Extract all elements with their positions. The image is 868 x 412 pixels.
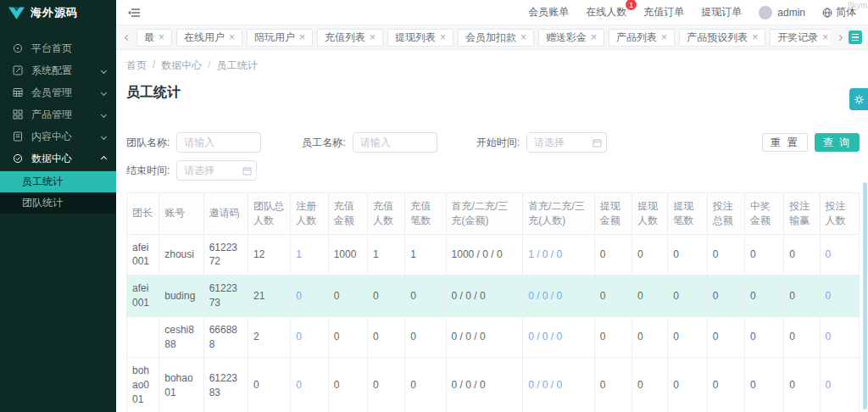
cell: afei001 <box>127 276 159 317</box>
tab-1[interactable]: 在线用户× <box>176 29 242 47</box>
cell: 6122372 <box>203 234 248 276</box>
tab-label: 产品预设列表 <box>687 31 748 45</box>
close-tab-icon[interactable]: × <box>520 32 526 42</box>
reset-button[interactable]: 重 置 <box>762 133 807 152</box>
cell-link[interactable]: 0 <box>820 358 859 412</box>
cell-link[interactable]: 0 <box>820 316 859 358</box>
sidebar-subitem-label: 员工统计 <box>22 175 63 189</box>
avatar <box>759 6 772 19</box>
member-bills-link[interactable]: 会员账单 <box>528 5 569 19</box>
column-header-5: 充值金额 <box>328 193 367 235</box>
table-row-3[interactable]: bohao001bohao016122383000000 / 0 / 00 / … <box>127 358 860 412</box>
settings-gear-button[interactable] <box>849 88 868 110</box>
start-time-input[interactable] <box>526 132 607 153</box>
tabs-scroll-left-icon[interactable] <box>122 36 132 40</box>
sidebar-item-5[interactable]: 数据中心 <box>0 148 116 170</box>
cell: afei001 <box>127 234 159 276</box>
cell: 0 <box>405 358 446 412</box>
tab-bar: 最×在线用户×陪玩用户×充值列表×提现列表×会员加扣款×赠送彩金×产品列表×产品… <box>116 25 868 50</box>
close-tab-icon[interactable]: × <box>661 32 667 42</box>
cell: zhousi <box>159 234 203 276</box>
cell: 0 <box>784 234 820 276</box>
query-button[interactable]: 查 询 <box>815 133 860 152</box>
cell-link[interactable]: 0 / 0 / 0 <box>523 358 595 412</box>
chevron-down-icon <box>101 133 107 139</box>
cell-link[interactable]: 0 <box>820 276 859 317</box>
tab-3[interactable]: 充值列表× <box>317 29 383 47</box>
cell-link[interactable]: 0 <box>820 234 859 276</box>
cell: 0 <box>594 276 632 317</box>
close-tab-icon[interactable]: × <box>229 32 235 42</box>
products-icon <box>13 109 23 120</box>
close-tab-icon[interactable]: × <box>299 32 305 42</box>
cell-link[interactable]: 1 <box>291 234 328 276</box>
sidebar-subitem-1[interactable]: 团队统计 <box>0 192 116 214</box>
breadcrumb-separator: / <box>208 58 210 73</box>
close-tab-icon[interactable]: × <box>440 32 446 42</box>
sidebar-item-1[interactable]: 系统配置 <box>0 59 116 81</box>
cell-link[interactable]: 0 <box>291 276 328 317</box>
close-tab-icon[interactable]: × <box>159 32 164 42</box>
cell-link[interactable]: 0 / 0 / 0 <box>523 276 595 317</box>
close-tab-icon[interactable]: × <box>591 32 597 42</box>
sidebar-subitem-label: 团队统计 <box>22 196 63 210</box>
tab-9[interactable]: 开奖记录× <box>770 29 830 47</box>
breadcrumb-home[interactable]: 首页 <box>126 58 147 73</box>
cell: 0 <box>367 316 404 358</box>
cell: 0 / 0 / 0 <box>446 358 523 412</box>
table-row-1[interactable]: afei001buding61223732100000 / 0 / 00 / 0… <box>127 276 860 317</box>
cell: 0 <box>784 358 820 412</box>
cell: 0 <box>632 276 668 317</box>
globe-icon <box>822 8 832 18</box>
tab-6[interactable]: 赠送彩金× <box>538 29 604 47</box>
table-row-0[interactable]: afei001zhousi61223721211000111000 / 0 / … <box>127 234 860 276</box>
tab-7[interactable]: 产品列表× <box>609 29 675 47</box>
tab-2[interactable]: 陪玩用户× <box>247 29 313 47</box>
cell-link[interactable]: 0 / 0 / 0 <box>523 316 595 358</box>
column-header-11: 提现人数 <box>632 193 668 235</box>
sidebar-subitem-0[interactable]: 员工统计 <box>0 171 116 192</box>
column-header-0: 团长 <box>127 193 159 235</box>
tab-5[interactable]: 会员加扣款× <box>458 29 534 47</box>
username: admin <box>777 7 805 19</box>
online-users-label: 在线人数 <box>586 6 626 18</box>
tab-8[interactable]: 产品预设列表× <box>679 29 765 47</box>
tabs-scroll-right-icon[interactable] <box>834 36 844 40</box>
cell: 0 / 0 / 0 <box>446 276 523 317</box>
cell: 1000 <box>328 234 367 276</box>
cell: 0 <box>328 316 367 358</box>
sidebar-item-4[interactable]: 内容中心 <box>0 125 116 148</box>
tab-label: 陪玩用户 <box>254 31 295 45</box>
cell: 0 <box>668 316 707 358</box>
cell: 6122383 <box>203 358 248 412</box>
user-menu[interactable]: admin <box>759 6 805 19</box>
withdraw-orders-link[interactable]: 提现订单 <box>701 5 742 19</box>
online-users-link[interactable]: 在线人数 1 <box>586 5 626 19</box>
sidebar-item-0[interactable]: 平台首页 <box>0 37 116 59</box>
sidebar: 海外源码 平台首页系统配置会员管理产品管理内容中心数据中心员工统计团队统计 <box>0 0 116 412</box>
tab-0[interactable]: 最× <box>136 29 172 47</box>
team-name-input[interactable] <box>176 132 261 153</box>
cell-link[interactable]: 1 / 0 / 0 <box>523 234 595 276</box>
start-time-label: 开始时间: <box>476 136 520 150</box>
cell: 0 <box>405 276 446 317</box>
vertical-scrollbar[interactable] <box>863 182 867 409</box>
recharge-orders-link[interactable]: 充值订单 <box>643 5 684 19</box>
cell: 1 <box>367 234 404 276</box>
cell-link[interactable]: 0 <box>291 316 328 358</box>
staff-name-input[interactable] <box>353 132 437 153</box>
table-row-2[interactable]: ceshi888666888200000 / 0 / 00 / 0 / 0000… <box>127 316 860 358</box>
close-tab-icon[interactable]: × <box>370 32 376 42</box>
cell: bohao01 <box>159 358 203 412</box>
close-tab-icon[interactable]: × <box>822 32 828 42</box>
sidebar-item-3[interactable]: 产品管理 <box>0 103 116 125</box>
cell-link[interactable]: 0 <box>291 358 328 412</box>
tab-label: 提现列表 <box>395 31 436 45</box>
tab-4[interactable]: 提现列表× <box>387 29 453 47</box>
close-tab-icon[interactable]: × <box>752 32 758 42</box>
tab-options-icon[interactable] <box>849 31 862 44</box>
sidebar-item-2[interactable]: 会员管理 <box>0 81 116 103</box>
collapse-sidebar-icon[interactable] <box>128 8 141 18</box>
breadcrumb-data-center[interactable]: 数据中心 <box>161 58 202 73</box>
end-time-input[interactable] <box>176 160 257 181</box>
